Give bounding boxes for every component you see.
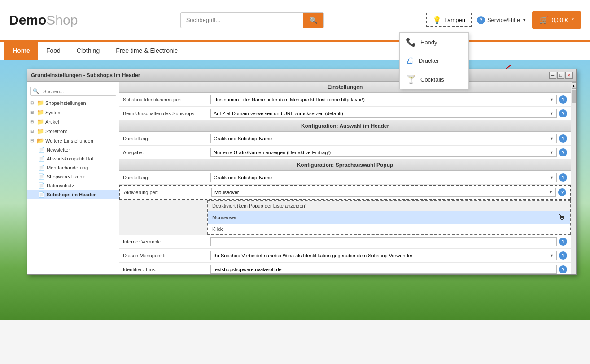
modal-close-button[interactable]: ✕ bbox=[565, 72, 573, 79]
help-btn-4[interactable]: ? bbox=[559, 148, 567, 156]
select-ausgabe[interactable]: Nur eine Grafik/Namen anzeigen (Der akti… bbox=[210, 148, 557, 157]
help-btn-9[interactable]: ? bbox=[559, 265, 567, 273]
search-input[interactable] bbox=[181, 13, 303, 27]
file-icon-active: 📄 bbox=[38, 191, 45, 198]
folder-icon: 📁 bbox=[37, 100, 44, 106]
form-row-darstellung-popup: Darstellung: Grafik und Subshop-Name ▼ ? bbox=[119, 171, 571, 185]
dropdown-item-drucker[interactable]: 🖨 Drucker bbox=[400, 52, 468, 70]
label-subshop-id: Subshop Identifizieren per: bbox=[123, 97, 210, 102]
folder-icon-open: 📂 bbox=[37, 137, 44, 144]
dropdown-option-mouseover[interactable]: Mouseover 🖱 bbox=[208, 211, 570, 224]
tree-item-abwaerts[interactable]: 📄 Abwärtskompatibilität bbox=[27, 154, 119, 163]
form-row-umschalten: Beim Umschalten des Subshops: Auf Ziel-D… bbox=[119, 107, 571, 121]
chevron-icon: ▼ bbox=[550, 253, 554, 258]
search-button[interactable]: 🔍 bbox=[303, 13, 323, 28]
label-ausgabe: Ausgabe: bbox=[123, 150, 210, 155]
input-vermerk[interactable] bbox=[210, 237, 557, 246]
form-row-subshop-id: Subshop Identifizieren per: Hostnamen - … bbox=[119, 93, 571, 107]
nav-item-home[interactable]: Home bbox=[4, 42, 38, 60]
select-menupunkt[interactable]: Ihr Subshop Verbindet nahebei Wina als I… bbox=[210, 251, 557, 260]
sidebar-search-input[interactable] bbox=[41, 87, 116, 95]
lampen-button[interactable]: 💡 Lampen bbox=[426, 13, 472, 27]
label-vermerk: Interner Vermerk: bbox=[123, 239, 210, 244]
input-identifier[interactable] bbox=[210, 265, 557, 274]
label-menupunkt: Diesen Menüpunkt: bbox=[123, 253, 210, 258]
file-icon: 📄 bbox=[38, 156, 45, 162]
form-row-ausgabe: Ausgabe: Nur eine Grafik/Namen anzeigen … bbox=[119, 146, 571, 160]
drucker-icon: 🖨 bbox=[406, 56, 414, 65]
section-konfiguration-popup: Konfiguration: Sprachauswahl Popup bbox=[119, 160, 571, 171]
tree-item-shopware-lizenz[interactable]: 📄 Shopware-Lizenz bbox=[27, 172, 119, 181]
tree-item-artikel[interactable]: ⊞ 📁 Artikel bbox=[27, 117, 119, 126]
help-btn-5[interactable]: ? bbox=[559, 173, 567, 182]
tree-item-newsletter[interactable]: 📄 Newsletter bbox=[27, 145, 119, 154]
tree-toggle-icon: ⊞ bbox=[30, 100, 35, 105]
modal-window: Grundeinstellungen - Subshops im Header … bbox=[27, 69, 577, 275]
lampen-dropdown: 📞 Handy 🖨 Drucker 🍸 Cocktails bbox=[399, 32, 469, 89]
scrollbar-thumb[interactable] bbox=[572, 90, 576, 103]
cart-icon: 🛒 bbox=[539, 16, 548, 24]
question-icon: ? bbox=[477, 16, 485, 24]
header-right: 💡 Lampen ? Service/Hilfe ▼ 🛒 0,00 € * bbox=[426, 11, 581, 29]
modal-maximize-button[interactable]: □ bbox=[557, 72, 564, 79]
modal-body: 🔍 ⊞ 📁 Shopeinstellungen ⊞ 📁 System ⊞ 📁 bbox=[27, 82, 576, 274]
search-icon-small: 🔍 bbox=[31, 87, 41, 95]
modal-content: Einstellungen Subshop Identifizieren per… bbox=[119, 82, 571, 274]
modal-controls: ─ □ ✕ bbox=[549, 72, 573, 79]
tree-item-mehrfach[interactable]: 📄 Mehrfachänderung bbox=[27, 163, 119, 172]
form-row-menupunkt: Diesen Menüpunkt: Ihr Subshop Verbindet … bbox=[119, 249, 571, 263]
select-darstellung-p[interactable]: Grafik und Subshop-Name ▼ bbox=[210, 173, 557, 182]
tree-item-system[interactable]: ⊞ 📁 System bbox=[27, 108, 119, 117]
tree-item-datenschutz[interactable]: 📄 Datenschutz bbox=[27, 181, 119, 190]
hero-area: Grundeinstellungen - Subshops im Header … bbox=[0, 60, 590, 320]
label-identifier: Identifier / Link: bbox=[123, 267, 210, 272]
modal-sidebar: 🔍 ⊞ 📁 Shopeinstellungen ⊞ 📁 System ⊞ 📁 bbox=[27, 82, 119, 274]
select-darstellung-h[interactable]: Grafik und Subshop-Name ▼ bbox=[210, 134, 557, 143]
tree-item-storefront[interactable]: ⊞ 📁 Storefront bbox=[27, 126, 119, 136]
service-hilfe-button[interactable]: ? Service/Hilfe ▼ bbox=[477, 16, 527, 24]
file-icon: 📄 bbox=[38, 173, 45, 180]
cart-button[interactable]: 🛒 0,00 € * bbox=[532, 11, 581, 29]
modal-minimize-button[interactable]: ─ bbox=[549, 72, 556, 79]
logo[interactable]: DemoShop bbox=[9, 13, 78, 28]
dropdown-item-handy[interactable]: 📞 Handy bbox=[400, 33, 468, 52]
tree-toggle-icon: ⊞ bbox=[30, 110, 35, 115]
scrollbar-up-button[interactable]: ▲ bbox=[572, 82, 576, 89]
select-aktivierung[interactable]: Mouseover ▼ bbox=[211, 188, 556, 197]
chevron-icon: ▼ bbox=[550, 111, 554, 116]
select-umschalten[interactable]: Auf Ziel-Domain verweisen und URL zurück… bbox=[210, 109, 557, 118]
help-btn-7[interactable]: ? bbox=[559, 238, 567, 246]
modal-title: Grundeinstellungen - Subshops im Header bbox=[31, 72, 140, 78]
modal-scrollbar[interactable]: ▲ bbox=[571, 82, 576, 274]
sidebar-search-wrap: 🔍 bbox=[30, 87, 116, 96]
label-umschalten: Beim Umschalten des Subshops: bbox=[123, 111, 210, 116]
modal-titlebar: Grundeinstellungen - Subshops im Header … bbox=[27, 69, 576, 82]
select-subshop-id[interactable]: Hostnamen - der Name unter dem Menüpunkt… bbox=[210, 95, 557, 104]
label-darstellung-p: Darstellung: bbox=[123, 175, 210, 180]
tree-item-subshops[interactable]: 📄 Subshops im Header bbox=[27, 190, 119, 199]
chevron-icon: ▼ bbox=[549, 190, 553, 195]
chevron-down-icon: ▼ bbox=[522, 17, 527, 22]
folder-icon: 📁 bbox=[37, 109, 44, 116]
dropdown-option-klick[interactable]: Klick bbox=[208, 224, 570, 234]
help-btn-3[interactable]: ? bbox=[559, 134, 567, 143]
help-btn-2[interactable]: ? bbox=[559, 109, 567, 117]
dropdown-option-deactivated[interactable]: Deaktiviert (kein Popup der Liste anzeig… bbox=[208, 201, 570, 211]
help-btn-8[interactable]: ? bbox=[559, 251, 567, 260]
tree-item-weitere[interactable]: ⊟ 📂 Weitere Einstellungen bbox=[27, 136, 119, 145]
logo-shop: Shop bbox=[46, 13, 78, 27]
file-icon: 📄 bbox=[38, 147, 45, 153]
nav-item-clothing[interactable]: Clothing bbox=[69, 42, 108, 60]
chevron-icon: ▼ bbox=[550, 175, 554, 180]
help-btn-1[interactable]: ? bbox=[559, 95, 567, 104]
nav-item-food[interactable]: Food bbox=[38, 42, 69, 60]
nav-item-freetime[interactable]: Free time & Electronic bbox=[108, 42, 186, 60]
handy-icon: 📞 bbox=[406, 37, 416, 47]
handy-label: Handy bbox=[420, 39, 437, 46]
help-btn-6[interactable]: ? bbox=[558, 188, 566, 196]
cocktails-label: Cocktails bbox=[420, 76, 444, 83]
dropdown-item-cocktails[interactable]: 🍸 Cocktails bbox=[400, 70, 468, 89]
logo-demo: Demo bbox=[9, 13, 46, 27]
tree-item-shopeinstellungen[interactable]: ⊞ 📁 Shopeinstellungen bbox=[27, 98, 119, 108]
section-einstellungen: Einstellungen bbox=[119, 82, 571, 93]
